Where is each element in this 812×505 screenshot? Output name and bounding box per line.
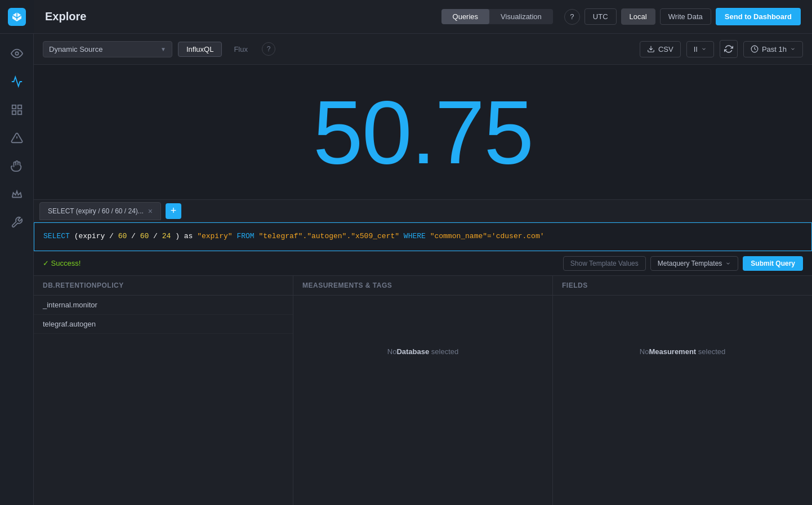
- big-number-value: 50.75: [313, 87, 533, 177]
- header-tabs: Queries Visualization: [441, 9, 553, 24]
- sidebar-item-integrations[interactable]: [0, 152, 34, 180]
- query-text: SELECT (expiry / 60 / 60 / 24 ) as "expi…: [43, 231, 802, 243]
- metaquery-label: Metaquery Templates: [658, 260, 722, 267]
- success-message: ✓ Success!: [43, 259, 81, 267]
- chevron-down-icon: [790, 46, 796, 52]
- query-tab-label: SELECT (expiry / 60 / 60 / 24)...: [48, 207, 144, 215]
- schema-col-measurements-header: Measurements & Tags: [293, 276, 552, 296]
- svg-rect-1: [12, 105, 15, 109]
- schema-measurements-empty: No Database selected: [293, 296, 552, 408]
- source-dropdown[interactable]: Dynamic Source ▼: [43, 41, 172, 57]
- schema-col-db: DB.RetentionPolicy _internal.monitor tel…: [34, 276, 293, 505]
- refresh-icon: [724, 44, 733, 53]
- header-actions: ? UTC Local Write Data Send to Dashboard: [564, 8, 801, 25]
- svg-point-0: [15, 52, 19, 55]
- as-keyword: ) as: [175, 232, 197, 240]
- refresh-button[interactable]: [720, 40, 738, 58]
- select-keyword: SELECT: [43, 232, 70, 240]
- num-24: 24: [162, 232, 171, 240]
- query-body-part1: (expiry /: [74, 232, 118, 240]
- visualization-panel: 50.75: [34, 65, 812, 200]
- slash-1: /: [131, 232, 140, 240]
- sidebar-item-dashboards[interactable]: [0, 96, 34, 124]
- where-keyword: WHERE: [404, 232, 430, 240]
- flux-button[interactable]: Flux: [225, 42, 256, 57]
- crown-icon: [11, 188, 23, 200]
- wave-icon: [11, 75, 23, 88]
- show-template-button[interactable]: Show Template Values: [563, 256, 646, 271]
- tab-visualization[interactable]: Visualization: [489, 9, 553, 24]
- schema-col-fields-header: Fields: [553, 276, 812, 296]
- svg-rect-4: [17, 111, 21, 114]
- csv-button[interactable]: CSV: [640, 41, 681, 57]
- query-tabs-bar: SELECT (expiry / 60 / 60 / 24)... × +: [34, 200, 812, 222]
- sidebar-item-alerts[interactable]: [0, 124, 34, 152]
- wrench-icon: [11, 216, 23, 229]
- source-label: Dynamic Source: [49, 45, 102, 53]
- where-condition: "common_name"='cduser.com': [430, 232, 545, 240]
- list-item[interactable]: telegraf.autogen: [34, 315, 293, 334]
- schema-fields-empty: No Measurement selected: [553, 296, 812, 408]
- schema-col-db-header: DB.RetentionPolicy: [34, 276, 293, 296]
- sidebar: [0, 0, 34, 505]
- utc-button[interactable]: UTC: [585, 8, 617, 25]
- toolbar: Dynamic Source ▼ InfluxQL Flux ? CSV II: [34, 34, 812, 65]
- time-range-label: Past 1h: [762, 45, 787, 53]
- slash-2: /: [153, 232, 162, 240]
- num-60-2: 60: [140, 232, 149, 240]
- metaquery-templates-button[interactable]: Metaquery Templates: [650, 256, 739, 271]
- table-name: "telegraf"."autogen"."x509_cert": [258, 232, 399, 240]
- pause-icon: II: [694, 45, 698, 53]
- local-button[interactable]: Local: [621, 8, 655, 25]
- schema-col-measurements: Measurements & Tags No Database selected: [293, 276, 553, 505]
- chevron-down-icon: ▼: [160, 46, 166, 52]
- send-to-dashboard-button[interactable]: Send to Dashboard: [716, 8, 801, 25]
- top-header: Explore Queries Visualization ? UTC Loca…: [34, 0, 812, 34]
- eye-icon: [11, 47, 23, 60]
- query-section: SELECT (expiry / 60 / 60 / 24)... × + SE…: [34, 200, 812, 505]
- chevron-down-icon: [725, 261, 731, 266]
- alias-value: "expiry": [197, 232, 232, 240]
- schema-col-fields: Fields No Measurement selected: [553, 276, 812, 505]
- svg-rect-3: [12, 111, 15, 114]
- toolbar-right: CSV II Past 1h: [640, 40, 803, 58]
- success-text: ✓ Success!: [43, 259, 81, 267]
- sidebar-item-crown[interactable]: [0, 180, 34, 208]
- logo[interactable]: [0, 0, 34, 34]
- page-title: Explore: [45, 10, 86, 23]
- main-content: Explore Queries Visualization ? UTC Loca…: [34, 0, 812, 505]
- influxql-button[interactable]: InfluxQL: [178, 42, 222, 57]
- svg-rect-2: [17, 105, 21, 109]
- hand-icon: [11, 160, 23, 172]
- write-data-button[interactable]: Write Data: [660, 8, 711, 25]
- alert-icon: [11, 132, 23, 144]
- list-item[interactable]: _internal.monitor: [34, 296, 293, 315]
- grid-icon: [11, 104, 23, 116]
- clock-icon: [751, 45, 759, 53]
- measurement-bold: Measurement: [649, 347, 696, 356]
- help-icon[interactable]: ?: [564, 9, 580, 25]
- logo-icon: [8, 8, 26, 26]
- from-keyword: FROM: [237, 232, 258, 240]
- sidebar-item-settings[interactable]: [0, 208, 34, 236]
- tab-queries[interactable]: Queries: [441, 9, 490, 24]
- schema-browser: DB.RetentionPolicy _internal.monitor tel…: [34, 276, 812, 505]
- status-actions: Show Template Values Metaquery Templates…: [563, 256, 803, 271]
- csv-label: CSV: [658, 45, 673, 53]
- query-editor[interactable]: SELECT (expiry / 60 / 60 / 24 ) as "expi…: [34, 222, 812, 251]
- query-lang-buttons: InfluxQL Flux: [178, 42, 256, 57]
- pause-button[interactable]: II: [686, 41, 714, 57]
- download-icon: [647, 45, 655, 53]
- sidebar-nav: [0, 34, 33, 236]
- time-range-button[interactable]: Past 1h: [743, 41, 803, 57]
- close-icon[interactable]: ×: [148, 207, 153, 215]
- database-bold: Database: [396, 347, 429, 356]
- sidebar-item-explore[interactable]: [0, 68, 34, 96]
- sidebar-item-monitoring[interactable]: [0, 39, 34, 68]
- query-tab-1[interactable]: SELECT (expiry / 60 / 60 / 24)... ×: [39, 202, 161, 220]
- chevron-down-icon: [701, 46, 707, 52]
- toolbar-help-icon[interactable]: ?: [262, 42, 275, 56]
- status-bar: ✓ Success! Show Template Values Metaquer…: [34, 251, 812, 276]
- add-query-button[interactable]: +: [166, 203, 181, 219]
- submit-query-button[interactable]: Submit Query: [743, 256, 803, 271]
